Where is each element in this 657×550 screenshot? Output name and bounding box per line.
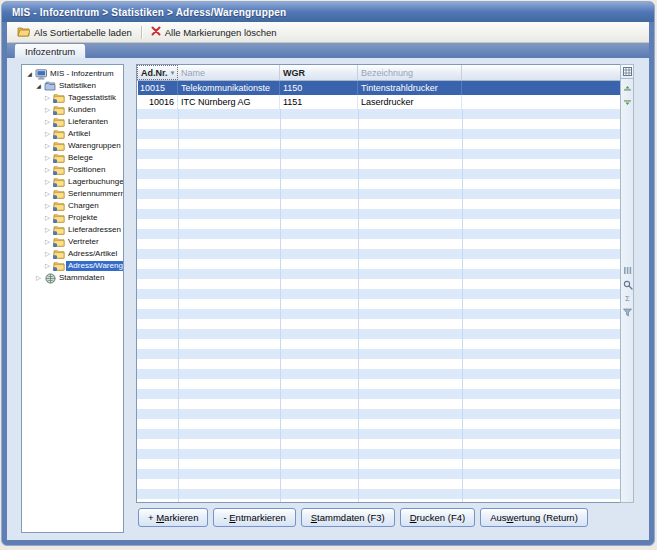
column-header-bezeichnung[interactable]: Bezeichnung: [358, 65, 462, 80]
load-sort-table-label: Als Sortiertabelle laden: [34, 27, 132, 38]
tree-item-adress-artikel[interactable]: ▷Adress/Artikel: [22, 248, 123, 260]
expander-expanded-icon[interactable]: ◢: [34, 80, 43, 92]
filter-icon[interactable]: [622, 307, 633, 318]
tree-item-stammdaten[interactable]: ▷Stammdaten: [22, 272, 123, 284]
expander-collapsed-icon[interactable]: ▷: [34, 272, 43, 284]
column-header-ad-nr[interactable]: Ad.Nr.▼: [137, 65, 178, 80]
tree-item-lieferanten[interactable]: ▷Lieferanten: [22, 116, 123, 128]
expander-collapsed-icon[interactable]: ▷: [43, 104, 52, 116]
collapse-all-icon[interactable]: [622, 95, 633, 106]
empty-row: [137, 329, 620, 339]
column-header-wgr[interactable]: WGR: [280, 65, 358, 80]
empty-row: [137, 189, 620, 199]
grid-tool-rail: Σ: [620, 64, 634, 503]
expander-collapsed-icon[interactable]: ▷: [43, 164, 52, 176]
empty-row: [137, 249, 620, 259]
tree-item-lagerbuchungen[interactable]: ▷Lagerbuchungen: [22, 176, 123, 188]
app-window: MIS - Infozentrum > Statistiken > Adress…: [1, 1, 655, 546]
expander-collapsed-icon[interactable]: ▷: [43, 188, 52, 200]
tree-item-label: Adress/Warengruppen: [66, 261, 124, 271]
empty-row: [137, 169, 620, 179]
tab-label: Infozentrum: [25, 46, 75, 57]
tree-item-projekte[interactable]: ▷Projekte: [22, 212, 123, 224]
tree-item-statistiken[interactable]: ◢Statistiken: [22, 80, 123, 92]
folder-icon: [52, 153, 66, 164]
table-row[interactable]: 10016ITC Nürnberg AG1151Laserdrucker: [137, 95, 620, 109]
tree-item-label: Kunden: [66, 105, 98, 115]
expander-collapsed-icon[interactable]: ▷: [43, 212, 52, 224]
tree-item-tagesstatistik[interactable]: ▷Tagesstatistik: [22, 92, 123, 104]
computer-icon: [34, 69, 48, 80]
expander-collapsed-icon[interactable]: ▷: [43, 152, 52, 164]
cell: [462, 95, 620, 109]
tree-item-lieferadressen[interactable]: ▷Lieferadressen: [22, 224, 123, 236]
column-header-label: Name: [181, 68, 205, 78]
empty-row: [137, 159, 620, 169]
column-chooser-grid-icon[interactable]: [621, 65, 633, 79]
column-header-col4[interactable]: [462, 65, 620, 80]
tree-item-chargen[interactable]: ▷Chargen: [22, 200, 123, 212]
expander-collapsed-icon[interactable]: ▷: [43, 200, 52, 212]
columns-icon[interactable]: [622, 265, 633, 276]
column-grid-line: [358, 109, 359, 502]
tab-infozentrum[interactable]: Infozentrum: [14, 43, 86, 58]
expander-collapsed-icon[interactable]: ▷: [43, 224, 52, 236]
expander-collapsed-icon[interactable]: ▷: [43, 236, 52, 248]
footer-button-auswertung-return[interactable]: Auswertung (Return): [480, 508, 588, 527]
column-grid-line: [462, 109, 463, 502]
expander-collapsed-icon[interactable]: ▷: [43, 176, 52, 188]
empty-row: [137, 409, 620, 419]
empty-row: [137, 369, 620, 379]
expander-collapsed-icon[interactable]: ▷: [43, 92, 52, 104]
tree-item-mis-infozentrum[interactable]: ◢MIS - Infozentrum: [22, 68, 123, 80]
empty-row: [137, 219, 620, 229]
empty-row: [137, 429, 620, 439]
column-header-label: Bezeichnung: [361, 68, 413, 78]
footer-button-drucken-f4[interactable]: Drucken (F4): [400, 508, 475, 527]
expander-collapsed-icon[interactable]: ▷: [43, 260, 52, 272]
tree-item-kunden[interactable]: ▷Kunden: [22, 104, 123, 116]
table-row[interactable]: 10015Telekommunikationste1150Tintenstrah…: [137, 81, 620, 95]
folder-icon: [52, 261, 66, 272]
tree-item-positionen[interactable]: ▷Positionen: [22, 164, 123, 176]
column-header-name[interactable]: Name: [178, 65, 280, 80]
search-icon[interactable]: [622, 279, 633, 290]
red-x-icon: [151, 26, 161, 38]
tree-item-seriennummern[interactable]: ▷Seriennummern: [22, 188, 123, 200]
globe-icon: [43, 273, 57, 284]
tree-item-artikel[interactable]: ▷Artikel: [22, 128, 123, 140]
tree-item-label: Projekte: [66, 213, 99, 223]
footer-button-stammdaten-f3[interactable]: Stammdaten (F3): [301, 508, 395, 527]
expand-all-icon[interactable]: [622, 84, 633, 95]
empty-row: [137, 179, 620, 189]
empty-row: [137, 389, 620, 399]
empty-row: [137, 439, 620, 449]
tree-item-label: Lagerbuchungen: [66, 177, 124, 187]
tree-item-adress-warengruppen[interactable]: ▷Adress/Warengruppen: [22, 260, 123, 272]
folder-icon: [52, 189, 66, 200]
cell: 1151: [280, 95, 358, 109]
tree-item-belege[interactable]: ▷Belege: [22, 152, 123, 164]
column-header-label: Ad.Nr.: [141, 68, 168, 78]
footer-button-markieren[interactable]: + Markieren: [138, 508, 208, 527]
folder-icon: [52, 117, 66, 128]
footer-button-entmarkieren[interactable]: - Entmarkieren: [213, 508, 295, 527]
cell: Tintenstrahldrucker: [358, 81, 462, 95]
folder-icon: [52, 105, 66, 116]
empty-row: [137, 309, 620, 319]
aggregate-icon[interactable]: Σ: [622, 293, 633, 304]
empty-row: [137, 209, 620, 219]
expander-expanded-icon[interactable]: ◢: [25, 68, 34, 80]
expander-collapsed-icon[interactable]: ▷: [43, 248, 52, 260]
expander-collapsed-icon[interactable]: ▷: [43, 128, 52, 140]
empty-row: [137, 449, 620, 459]
tree-item-vertreter[interactable]: ▷Vertreter: [22, 236, 123, 248]
expander-collapsed-icon[interactable]: ▷: [43, 116, 52, 128]
clear-marks-button[interactable]: Alle Markierungen löschen: [145, 24, 283, 40]
expander-collapsed-icon[interactable]: ▷: [43, 140, 52, 152]
load-sort-table-button[interactable]: Als Sortiertabelle laden: [11, 24, 138, 41]
tree-item-label: Tagesstatistik: [66, 93, 118, 103]
empty-row: [137, 379, 620, 389]
tree-item-warengruppen[interactable]: ▷Warengruppen: [22, 140, 123, 152]
empty-row: [137, 269, 620, 279]
